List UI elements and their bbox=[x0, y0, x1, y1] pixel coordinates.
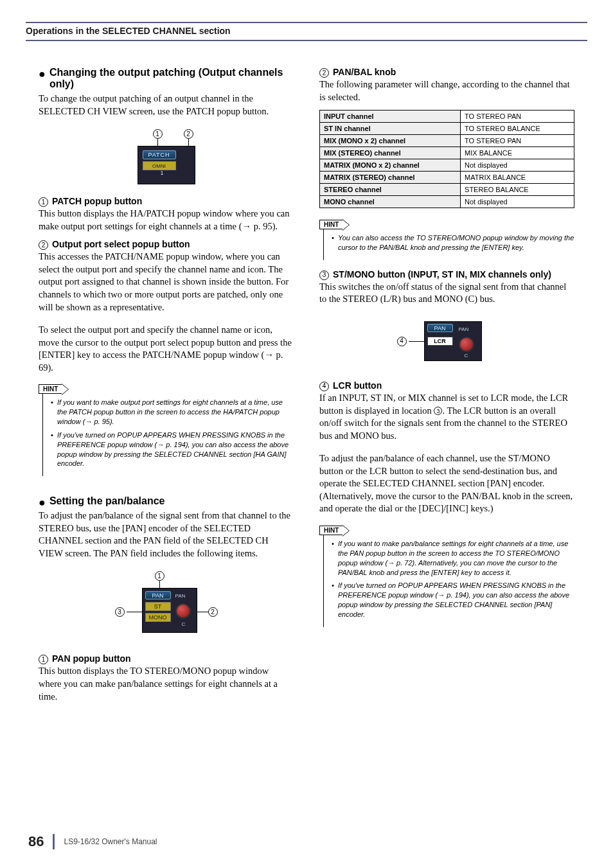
heading-text: Changing the output patching (Output cha… bbox=[49, 67, 294, 90]
hint-item: If you want to make output port settings… bbox=[52, 398, 294, 427]
hint-body: If you want to make pan/balance settings… bbox=[323, 535, 574, 627]
callout-2-icon: 2 bbox=[208, 607, 218, 617]
item-heading-output-port-select: 2 Output port select popup button bbox=[39, 239, 294, 249]
hint-tag: HINT bbox=[319, 220, 343, 229]
callout-4-icon: 4 bbox=[397, 337, 407, 346]
pan-bal-knob[interactable] bbox=[175, 603, 191, 619]
body-paragraph: This accesses the PATCH/NAME popup windo… bbox=[39, 251, 294, 314]
lcr-button[interactable]: LCR bbox=[427, 337, 453, 346]
circled-4-icon: 4 bbox=[319, 382, 329, 391]
circled-3-icon: 3 bbox=[319, 270, 329, 280]
table-cell-channel: MIX (MONO x 2) channel bbox=[320, 135, 461, 147]
table-cell-channel: INPUT channel bbox=[320, 111, 461, 123]
circled-3-icon: 3 bbox=[434, 407, 442, 415]
circled-2-icon: 2 bbox=[39, 240, 48, 250]
body-paragraph: To adjust the pan/balance of each channe… bbox=[319, 452, 574, 515]
bullet-icon: ● bbox=[39, 68, 46, 80]
table-row: MONO channelNot displayed bbox=[320, 196, 574, 208]
table-row: MATRIX (STEREO) channelMATRIX BALANCE bbox=[320, 172, 574, 184]
body-paragraph: This button displays the HA/PATCH popup … bbox=[39, 208, 294, 233]
hint-body: If you want to make output port settings… bbox=[42, 394, 294, 476]
hint-body: You can also access the TO STEREO/MONO p… bbox=[323, 229, 574, 260]
pan-bal-knob[interactable] bbox=[459, 337, 474, 352]
table-cell-parameter: MIX BALANCE bbox=[461, 147, 574, 159]
figure-patch: 1 2 PATCH OMNI 1 bbox=[39, 129, 294, 184]
hint-tag: HINT bbox=[39, 384, 62, 394]
bullet-icon: ● bbox=[39, 497, 46, 508]
item-title: PATCH popup button bbox=[52, 196, 142, 206]
body-paragraph: This button displays the TO STEREO/MONO … bbox=[39, 665, 294, 703]
pan-label: PAN bbox=[459, 326, 469, 332]
item-title: LCR button bbox=[333, 380, 382, 391]
footer-divider-icon bbox=[53, 834, 55, 849]
hint-item: If you've turned on POPUP APPEARS WHEN P… bbox=[333, 581, 574, 619]
c-label: C bbox=[465, 353, 468, 359]
page-footer: 86 LS9-16/32 Owner's Manual bbox=[28, 833, 157, 850]
hint-item: You can also access the TO STEREO/MONO p… bbox=[333, 233, 574, 252]
item-title: ST/MONO button (INPUT, ST IN, MIX channe… bbox=[333, 269, 551, 279]
page-number: 86 bbox=[28, 833, 44, 850]
table-row: ST IN channelTO STEREO BALANCE bbox=[320, 123, 574, 135]
pan-popup-button[interactable]: PAN bbox=[145, 591, 171, 599]
channel-parameter-table: INPUT channelTO STEREO PANST IN channelT… bbox=[319, 110, 574, 208]
table-row: MATRIX (MONO x 2) channelNot displayed bbox=[320, 159, 574, 172]
callout-2-icon: 2 bbox=[184, 129, 193, 139]
right-column: 2 PAN/BAL knob The following parameter w… bbox=[319, 67, 574, 709]
circled-1-icon: 1 bbox=[39, 197, 48, 207]
c-label: C bbox=[182, 621, 186, 627]
output-port-select-button[interactable]: OMNI bbox=[143, 161, 176, 170]
body-paragraph: To select the output port and specify th… bbox=[39, 324, 294, 374]
body-paragraph: The following parameter will change, acc… bbox=[319, 78, 574, 103]
body-paragraph: This switches the on/off status of the s… bbox=[319, 281, 574, 306]
hint-item: If you want to make pan/balance settings… bbox=[333, 539, 574, 577]
callout-3-icon: 3 bbox=[115, 607, 125, 617]
table-cell-channel: MONO channel bbox=[320, 196, 461, 208]
table-cell-parameter: MATRIX BALANCE bbox=[461, 172, 574, 184]
table-cell-parameter: TO STEREO PAN bbox=[461, 111, 574, 123]
pan-popup-button[interactable]: PAN bbox=[427, 324, 453, 332]
table-cell-parameter: Not displayed bbox=[461, 159, 574, 172]
header-title: Operations in the SELECTED CHANNEL secti… bbox=[26, 26, 587, 36]
body-paragraph: If an INPUT, ST IN, or MIX channel is se… bbox=[319, 392, 574, 442]
table-cell-channel: ST IN channel bbox=[320, 123, 461, 135]
table-cell-parameter: TO STEREO PAN bbox=[461, 135, 574, 147]
hint-tag: HINT bbox=[319, 526, 343, 535]
st-button[interactable]: ST bbox=[145, 602, 171, 611]
table-row: INPUT channelTO STEREO PAN bbox=[320, 111, 574, 123]
body-paragraph: To change the output patching of an outp… bbox=[39, 93, 294, 118]
mono-button[interactable]: MONO bbox=[145, 613, 171, 622]
table-cell-parameter: STEREO BALANCE bbox=[461, 184, 574, 196]
item-heading-lcr: 4 LCR button bbox=[319, 380, 574, 391]
table-row: MIX (MONO x 2) channelTO STEREO PAN bbox=[320, 135, 574, 147]
table-cell-channel: MIX (STEREO) channel bbox=[320, 147, 461, 159]
item-title: Output port select popup button bbox=[52, 239, 190, 249]
item-heading-pan-popup: 1 PAN popup button bbox=[39, 653, 294, 664]
callout-1-icon: 1 bbox=[155, 571, 164, 581]
table-cell-parameter: Not displayed bbox=[461, 196, 574, 208]
body-paragraph: To adjust the pan/balance of the signal … bbox=[39, 509, 294, 560]
section-heading-output-patching: ● Changing the output patching (Output c… bbox=[39, 67, 294, 90]
patch-popup-button[interactable]: PATCH bbox=[143, 150, 176, 159]
table-cell-channel: MATRIX (MONO x 2) channel bbox=[320, 159, 461, 172]
item-heading-pan-bal-knob: 2 PAN/BAL knob bbox=[319, 67, 574, 77]
circled-1-icon: 1 bbox=[39, 655, 48, 664]
table-row: STEREO channelSTEREO BALANCE bbox=[320, 184, 574, 196]
table-cell-channel: STEREO channel bbox=[320, 184, 461, 196]
circled-2-icon: 2 bbox=[319, 68, 329, 78]
item-title: PAN popup button bbox=[52, 653, 131, 664]
section-heading-pan-balance: ● Setting the pan/balance bbox=[39, 495, 294, 507]
item-heading-patch-popup: 1 PATCH popup button bbox=[39, 196, 294, 206]
table-row: MIX (STEREO) channelMIX BALANCE bbox=[320, 147, 574, 159]
heading-text: Setting the pan/balance bbox=[49, 495, 165, 507]
table-cell-channel: MATRIX (STEREO) channel bbox=[320, 172, 461, 184]
pan-label: PAN bbox=[175, 593, 186, 599]
item-title: PAN/BAL knob bbox=[333, 67, 396, 77]
figure-pan: 1 2 3 PAN PAN ST MONO C bbox=[39, 571, 294, 642]
figure-lcr: 4 PAN PAN LCR C bbox=[319, 317, 574, 369]
page-header: Operations in the SELECTED CHANNEL secti… bbox=[26, 22, 587, 41]
footer-text: LS9-16/32 Owner's Manual bbox=[64, 837, 157, 846]
hint-item: If you've turned on POPUP APPEARS WHEN P… bbox=[52, 430, 294, 468]
item-heading-st-mono: 3 ST/MONO button (INPUT, ST IN, MIX chan… bbox=[319, 269, 574, 279]
table-cell-parameter: TO STEREO BALANCE bbox=[461, 123, 574, 135]
left-column: ● Changing the output patching (Output c… bbox=[39, 67, 294, 709]
